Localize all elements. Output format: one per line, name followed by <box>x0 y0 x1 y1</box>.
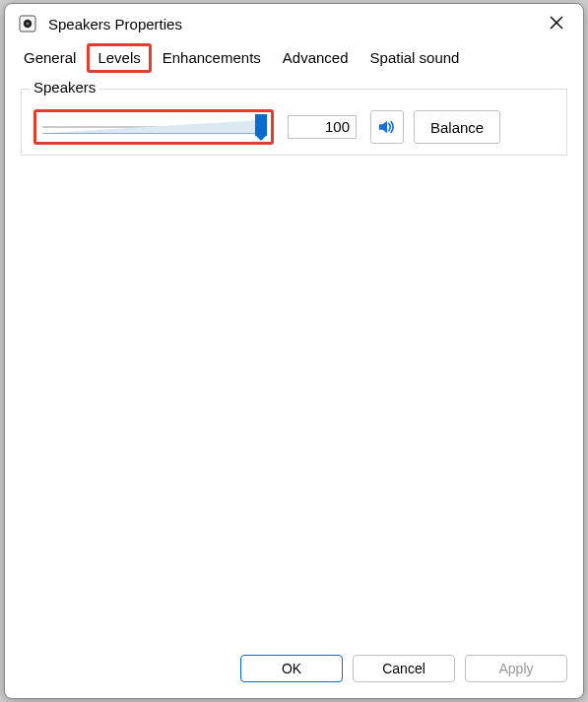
title-bar: Speakers Properties <box>5 4 583 43</box>
svg-point-2 <box>27 23 30 26</box>
properties-dialog: Speakers Properties General Levels Enhan… <box>4 3 584 699</box>
dialog-footer: OK Cancel Apply <box>5 641 583 698</box>
tab-enhancements[interactable]: Enhancements <box>152 43 272 73</box>
slider-thumb[interactable] <box>255 114 267 136</box>
speaker-app-icon <box>17 13 38 34</box>
ok-button[interactable]: OK <box>240 655 343 682</box>
tab-levels[interactable]: Levels <box>87 43 151 73</box>
window-title: Speakers Properties <box>48 16 534 32</box>
close-icon <box>550 16 563 30</box>
volume-row: 100 Balance <box>33 109 555 145</box>
close-button[interactable] <box>534 6 579 41</box>
apply-button: Apply <box>465 655 567 682</box>
tab-general[interactable]: General <box>13 43 87 73</box>
speakers-groupbox: Speakers 100 Balance <box>21 89 567 156</box>
tab-spatial-sound[interactable]: Spatial sound <box>359 43 471 73</box>
cancel-button[interactable]: Cancel <box>353 655 455 682</box>
mute-button[interactable] <box>370 110 404 144</box>
groupbox-title: Speakers <box>30 79 99 96</box>
balance-button[interactable]: Balance <box>414 110 500 144</box>
speaker-icon <box>377 116 397 138</box>
volume-value[interactable]: 100 <box>288 115 357 139</box>
tab-advanced[interactable]: Advanced <box>272 43 359 73</box>
tab-row: General Levels Enhancements Advanced Spa… <box>5 43 583 73</box>
tab-content: Speakers 100 Balance <box>5 73 583 641</box>
volume-slider[interactable] <box>33 109 274 145</box>
